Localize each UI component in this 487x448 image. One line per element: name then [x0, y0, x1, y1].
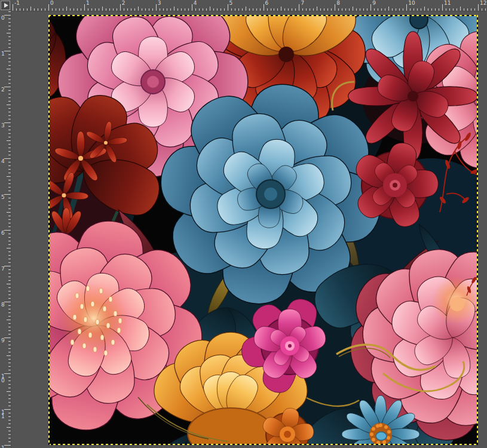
ruler-tick — [414, 8, 414, 11]
ruler-tick — [288, 8, 289, 11]
ruler-tick — [8, 269, 11, 270]
ruler-label: 9 — [1, 339, 5, 343]
ruler-tick — [249, 8, 250, 11]
ruler-tick — [8, 305, 11, 306]
ruler-label: 1 — [86, 0, 90, 6]
horizontal-ruler[interactable]: -10123456789101112 — [11, 0, 487, 11]
ruler-tick — [113, 8, 114, 11]
ruler-tick — [8, 58, 11, 59]
ruler-tick — [8, 187, 11, 188]
ruler-tick — [8, 377, 11, 378]
ruler-tick — [439, 8, 439, 11]
ruler-tick — [8, 395, 11, 395]
ruler-tick — [424, 7, 425, 11]
ruler-tick — [8, 312, 11, 313]
ruler-tick — [8, 330, 11, 331]
ruler-tick — [63, 8, 63, 11]
ruler-tick — [8, 294, 11, 295]
canvas-image[interactable] — [48, 15, 478, 445]
ruler-tick — [8, 352, 11, 352]
ruler-tick — [8, 334, 11, 335]
ruler-tick — [228, 4, 228, 11]
ruler-tick — [449, 8, 450, 11]
ruler-tick — [30, 7, 31, 11]
ruler-tick — [8, 54, 11, 55]
ruler-tick — [385, 8, 385, 11]
ruler-tick — [13, 4, 13, 11]
floral-pattern-image — [48, 15, 478, 445]
ruler-tick — [8, 115, 11, 116]
ruler-tick — [8, 44, 11, 44]
ruler-tick — [7, 69, 11, 69]
ruler-label: 4 — [194, 0, 197, 6]
ruler-tick — [8, 40, 11, 41]
ruler-tick — [8, 259, 11, 259]
ruler-tick — [117, 8, 117, 11]
ruler-tick — [8, 130, 11, 130]
ruler-tick — [210, 7, 210, 11]
ruler-tick — [8, 406, 11, 406]
ruler-tick — [8, 119, 11, 119]
ruler-tick — [8, 216, 11, 216]
ruler-tick — [8, 144, 11, 145]
ruler-label: 8 — [336, 0, 340, 6]
ruler-tick — [8, 90, 11, 91]
ruler-tick — [203, 8, 203, 11]
ruler-tick — [102, 7, 103, 11]
ruler-tick — [235, 8, 235, 11]
ruler-tick — [8, 94, 11, 94]
ruler-tick — [8, 431, 11, 431]
ruler-tick — [471, 8, 471, 11]
ruler-tick — [8, 384, 11, 385]
vertical-ruler[interactable]: 01234567891 01 11 2 — [0, 11, 11, 448]
ruler-tick — [217, 8, 218, 11]
ruler-tick — [8, 201, 11, 202]
ruler-tick — [338, 8, 339, 11]
ruler-tick — [8, 251, 11, 252]
ruler-label: 12 — [480, 0, 486, 6]
image-editor-window: -10123456789101112 01234567891 01 11 2 — [0, 0, 487, 448]
ruler-tick — [4, 302, 11, 302]
ruler-tick — [320, 8, 321, 11]
ruler-tick — [4, 194, 11, 195]
ruler-tick — [8, 47, 11, 48]
ruler-tick — [38, 8, 38, 11]
ruler-tick — [70, 8, 71, 11]
ruler-tick — [8, 366, 11, 367]
ruler-tick — [8, 191, 11, 191]
ruler-tick — [7, 427, 11, 428]
ruler-tick — [170, 8, 171, 11]
ruler-tick — [8, 62, 11, 62]
ruler-tick — [403, 8, 403, 11]
ruler-tick — [156, 4, 157, 11]
ruler-tick — [4, 373, 11, 374]
ruler-tick — [8, 72, 11, 73]
ruler-tick — [4, 266, 11, 266]
ruler-tick — [367, 8, 367, 11]
ruler-tick — [435, 8, 436, 11]
ruler-tick — [8, 280, 11, 281]
ruler-tick — [8, 79, 11, 80]
ruler-tick — [8, 19, 11, 19]
ruler-tick — [442, 4, 443, 11]
ruler-tick — [8, 434, 11, 435]
canvas-menu-button[interactable] — [1, 1, 10, 10]
ruler-tick — [8, 441, 11, 442]
ruler-tick — [8, 155, 11, 155]
ruler-tick — [482, 8, 482, 11]
ruler-tick — [220, 8, 221, 11]
ruler-tick — [99, 8, 99, 11]
ruler-label: 6 — [265, 0, 269, 6]
ruler-tick — [335, 4, 335, 11]
ruler-tick — [431, 8, 432, 11]
ruler-tick — [167, 8, 167, 11]
ruler-tick — [8, 151, 11, 152]
ruler-tick — [485, 8, 486, 11]
ruler-tick — [295, 8, 296, 11]
ruler-tick — [8, 36, 11, 37]
ruler-tick — [59, 8, 60, 11]
ruler-tick — [206, 8, 207, 11]
ruler-tick — [8, 198, 11, 198]
ruler-tick — [478, 4, 479, 11]
ruler-tick — [8, 133, 11, 134]
